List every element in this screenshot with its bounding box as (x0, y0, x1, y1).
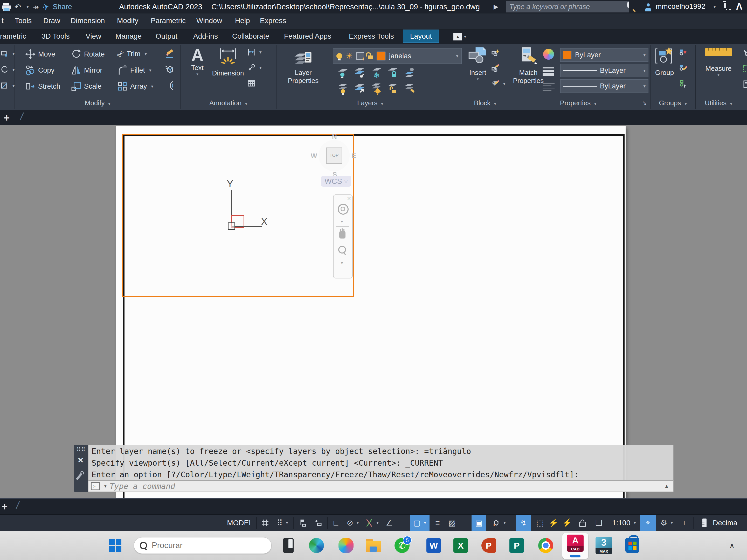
username[interactable]: mmcoelho1992 (656, 2, 705, 10)
tab-featured-apps[interactable]: Featured Apps (284, 32, 331, 41)
layer-make-current-icon[interactable] (403, 66, 416, 80)
viewcube-north[interactable]: N (332, 133, 337, 141)
color-wheel-icon[interactable] (543, 49, 554, 60)
units-display[interactable]: Decima (713, 515, 747, 531)
isodraft-toggle[interactable]: ▾ (363, 515, 381, 531)
layer-color-swatch[interactable] (377, 52, 385, 60)
lineweight-display-toggle[interactable]: ≡ (431, 515, 444, 531)
menu-item-window[interactable]: Window (196, 17, 222, 25)
scale-button[interactable]: Scale (71, 81, 102, 92)
taskbar-autocad-active-plate[interactable]: A CAD (562, 533, 588, 559)
polar-tracking-toggle[interactable]: ⊘▾ (343, 515, 362, 531)
navbar-close-icon[interactable]: ✕ (347, 195, 351, 202)
draw-tool-icon[interactable]: ▾ (1, 50, 15, 58)
linear-dimension-button[interactable]: ▾ (248, 48, 262, 56)
ribbon-minimize-icon[interactable]: ▲ (454, 33, 462, 41)
command-prompt-icon[interactable]: >_ (91, 482, 100, 490)
panel-label-block[interactable]: Block ▾ (464, 99, 506, 107)
layer-properties-button[interactable]: Layer Properties (279, 46, 328, 85)
edit-block-button[interactable] (491, 64, 499, 72)
status-customize-plus-button[interactable]: + (677, 515, 691, 531)
taskbar-publisher-icon[interactable]: P (508, 537, 525, 554)
viewport-scale-button[interactable]: 1:100▾ (609, 515, 639, 531)
command-dropdown-icon[interactable]: ▾ (104, 483, 107, 489)
new-drawing-tab-button[interactable]: + (4, 112, 9, 124)
taskbar-word-icon[interactable]: W (426, 537, 442, 554)
workspace-switching-button[interactable]: ⌖ (640, 515, 656, 531)
table-button[interactable] (248, 79, 255, 87)
linetype-combo[interactable]: ByLayer ▾ (560, 79, 648, 93)
viewcube-west[interactable]: W (311, 152, 317, 160)
command-close-icon[interactable]: ✕ (78, 456, 83, 464)
layer-thaw-icon[interactable]: ☀ (346, 52, 353, 60)
command-input[interactable] (109, 481, 662, 491)
move-button[interactable]: Move (25, 49, 55, 60)
layer-unlock-icon[interactable] (368, 55, 373, 59)
ribbon-minimize-dropdown-icon[interactable]: ▾ (464, 34, 466, 39)
color-combo-dropdown-icon[interactable]: ▾ (643, 52, 646, 58)
undo-dropdown-icon[interactable]: ▾ (26, 4, 29, 9)
navbar-zoom-icon[interactable] (338, 246, 346, 254)
new-layout-tab-button[interactable]: + (2, 501, 7, 512)
undo-icon[interactable]: ↶ (15, 2, 21, 11)
command-history-up-icon[interactable]: ▲ (664, 483, 669, 489)
menu-item-parametric[interactable]: Parametric (151, 17, 186, 25)
taskbar-overflow-chevron-icon[interactable]: ∧ (724, 537, 740, 554)
navbar-pan-icon[interactable] (339, 231, 345, 239)
tab-add-ins[interactable]: Add-ins (193, 32, 218, 41)
lineweight-combo-dropdown-icon[interactable]: ▾ (643, 68, 646, 73)
panel-label-properties[interactable]: Properties ▾ (506, 99, 650, 107)
isolate-objects-toggle[interactable]: ❑ (591, 515, 607, 531)
tab-collaborate[interactable]: Collaborate (232, 32, 269, 41)
stretch-button[interactable]: Stretch (25, 81, 60, 92)
panel-label-annotation[interactable]: Annotation ▾ (181, 99, 276, 107)
autodesk-logo-icon[interactable]: Λ (736, 1, 742, 12)
gizmo-toggle[interactable]: ⚡ (547, 515, 560, 531)
viewcube-top-face[interactable]: TOP (326, 148, 342, 164)
tab-express-tools[interactable]: Express Tools (349, 32, 394, 41)
group-selection-button[interactable] (679, 80, 687, 88)
selection-cycling-toggle[interactable]: ▣ (471, 515, 486, 531)
menu-item-help[interactable]: Help (235, 17, 250, 25)
trim-button[interactable]: ✂ Trim▾ (117, 49, 147, 59)
group-button[interactable]: Group (651, 46, 677, 77)
lineweight-icon[interactable] (543, 68, 554, 76)
redo-icon[interactable]: ↠ (32, 2, 39, 11)
clipped-cursor-icon[interactable] (743, 49, 747, 57)
tab-3d-tools[interactable]: 3D Tools (42, 32, 70, 41)
menu-item-modify[interactable]: Modify (117, 17, 138, 25)
layer-isolate-icon[interactable] (337, 66, 350, 80)
path-expand-icon[interactable]: ▶ (494, 3, 498, 10)
taskbar-search-input[interactable] (151, 540, 265, 551)
measure-button[interactable]: Measure ▾ (700, 48, 737, 77)
dynamic-input-toggle[interactable] (295, 515, 310, 531)
taskbar-autocad-icon[interactable]: A CAD (567, 535, 584, 552)
layer-match-icon[interactable] (353, 82, 367, 96)
dynamic-ucs-toggle[interactable]: ↯ (516, 515, 531, 531)
panel-label-groups[interactable]: Groups ▾ (650, 99, 695, 107)
username-dropdown-icon[interactable]: ▾ (714, 4, 716, 9)
snap-toggle[interactable]: ⠿▾ (273, 515, 292, 531)
lock-ui-toggle[interactable] (575, 515, 590, 531)
match-properties-button[interactable]: Match Properties (509, 46, 548, 85)
cart-icon[interactable] (724, 3, 726, 8)
tab-output[interactable]: Output (156, 32, 177, 41)
tab-view[interactable]: View (85, 32, 101, 41)
layer-vp-freeze-icon[interactable] (356, 52, 364, 60)
ortho-toggle[interactable]: ∟ (329, 515, 343, 531)
insert-button[interactable]: Insert ▾ (465, 46, 490, 81)
text-button[interactable]: A Text ▾ (183, 47, 212, 77)
layer-lock-icon[interactable] (386, 66, 400, 80)
start-button[interactable] (107, 537, 124, 554)
panel-label-utilities[interactable]: Utilities ▾ (696, 99, 741, 107)
grid-toggle[interactable] (258, 515, 272, 531)
tab-manage[interactable]: Manage (115, 32, 141, 41)
menu-item-express[interactable]: Express (260, 17, 286, 25)
object-snap-tracking-toggle[interactable]: ∠ (382, 515, 396, 531)
command-line-window[interactable]: ⠿⠿ ✕ Enter layer name(s) to freeze or <s… (74, 445, 674, 492)
taskbar-excel-icon[interactable]: X (452, 537, 469, 554)
menu-item-partial[interactable]: t (2, 17, 4, 25)
panel-label-modify[interactable]: Modify ▾ (15, 99, 180, 107)
draw-tool-icon[interactable]: ▾ (1, 82, 15, 90)
object-snap-toggle[interactable]: ▢▾ (410, 515, 430, 531)
